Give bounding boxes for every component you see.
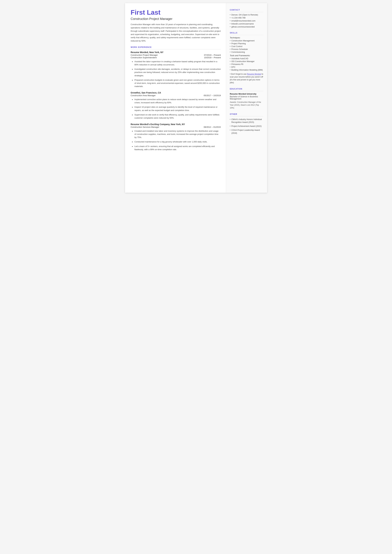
other-item-1: Project Achievement Award (2022) bbox=[230, 125, 263, 128]
job-block-1: Resume Worded, New York, NY Construction… bbox=[131, 51, 221, 88]
job-block-3: Resume Worded's Exciting Company, New Yo… bbox=[131, 123, 221, 151]
job-bullets-2: Implemented corrective action plans to r… bbox=[131, 98, 221, 119]
skill-technique-0: Construction Management bbox=[230, 40, 263, 42]
bullet-1-2: Investigated construction site damages, … bbox=[132, 68, 221, 77]
job-title-2a: Construction Area Manager bbox=[131, 94, 156, 97]
skill-tool-1: ISS Construction Manager bbox=[230, 60, 263, 63]
right-column: CONTACT Denver, OH (Open to Remote) +1-2… bbox=[226, 3, 267, 193]
other-item-2: COAA Project Leadership Award (2018) bbox=[230, 129, 263, 134]
resume-worded-link[interactable]: Resume Worded bbox=[247, 73, 261, 75]
contact-section: CONTACT Denver, OH (Open to Remote) +1-2… bbox=[230, 9, 263, 28]
edu-degree: Bachelor of Science in Business Manageme… bbox=[230, 96, 263, 100]
job-bullets-3: Created and installed new labor and inve… bbox=[131, 129, 221, 151]
job-block-2: Growthsi, San Francisco, CA Construction… bbox=[131, 91, 221, 119]
job-bullets-1: Assisted the labor supervisor in creatin… bbox=[131, 60, 221, 88]
resume-container: First Last Construction Project Manager … bbox=[125, 3, 267, 193]
skills-note: • Don't forget to use Resume Worded to s… bbox=[230, 73, 263, 84]
skill-tool-4: Building Information Modeling (BIM) bbox=[230, 69, 263, 71]
bullet-2-2: Inspect 10 project sites on average quar… bbox=[132, 105, 221, 112]
skills-section: SKILLS Techniques: Construction Manageme… bbox=[230, 32, 263, 84]
tools-label: Tools and Frameworks: bbox=[230, 55, 263, 57]
bullet-2-1: Implemented corrective action plans to r… bbox=[132, 98, 221, 104]
contact-email: email@resumeworded.com bbox=[230, 20, 263, 22]
skill-technique-4: Commissioning bbox=[230, 51, 263, 53]
job-date-2a: 05/2017 – 10/2019 bbox=[204, 94, 221, 97]
skill-technique-2: Cost Control bbox=[230, 45, 263, 48]
skill-technique-1: Project Planning bbox=[230, 42, 263, 45]
other-section: OTHER CMAA's Industry Honors Individual … bbox=[230, 113, 263, 134]
education-section: EDUCATION Resume Worded University Bache… bbox=[230, 88, 263, 109]
contact-linkedin: linkedin.com/in/username bbox=[230, 23, 263, 25]
left-column: First Last Construction Project Manager … bbox=[125, 3, 226, 193]
techniques-label: Techniques: bbox=[230, 37, 263, 39]
other-item-0: CMAA's Industry Honors Individual Recogn… bbox=[230, 118, 263, 124]
edu-awards: Awards: Construction Manager of the Year… bbox=[230, 101, 263, 109]
job-role-row-3a: Construction Services Manager 08/2012 – … bbox=[131, 126, 221, 128]
job-company-2: Growthsi, San Francisco, CA bbox=[131, 91, 221, 94]
skill-technique-3: Process Scheduler bbox=[230, 48, 263, 50]
skill-tool-0: Autodesk AutoCAD bbox=[230, 57, 263, 60]
job-company-1: Resume Worded, New York, NY bbox=[131, 51, 221, 54]
job-title-1b: Construction Superintendent bbox=[131, 56, 157, 59]
job-date-3a: 08/2012 – 01/2015 bbox=[204, 126, 221, 128]
job-title-header: Construction Project Manager bbox=[131, 17, 221, 21]
job-company-3: Resume Worded's Exciting Company, New Yo… bbox=[131, 123, 221, 126]
other-section-title: OTHER bbox=[230, 113, 263, 116]
work-experience-section-title: WORK EXPERIENCE bbox=[131, 46, 221, 49]
job-title-1a: Construction Project Manager bbox=[131, 54, 158, 56]
contact-github: github.com/resumeworded bbox=[230, 26, 263, 28]
contact-location: Denver, OH (Open to Remote) bbox=[230, 14, 263, 16]
bullet-1-3: Prepared construction budgets to evaluat… bbox=[132, 78, 221, 88]
job-role-row-1b: Construction Superintendent 10/2018 – Pr… bbox=[131, 56, 221, 59]
job-date-1b: 10/2018 – Present bbox=[204, 56, 221, 59]
contact-section-title: CONTACT bbox=[230, 9, 263, 12]
summary-text: Construction Manager with more than 10 y… bbox=[131, 23, 221, 43]
skill-tool-2: Primavera P6 bbox=[230, 63, 263, 65]
skills-section-title: SKILLS bbox=[230, 32, 263, 35]
education-section-title: EDUCATION bbox=[230, 88, 263, 91]
job-role-row-2a: Construction Area Manager 05/2017 – 10/2… bbox=[131, 94, 221, 97]
bullet-2-3: Supervised on-site work to verify that e… bbox=[132, 113, 221, 119]
candidate-name: First Last bbox=[131, 9, 221, 16]
job-title-3a: Construction Services Manager bbox=[131, 126, 159, 128]
edu-school: Resume Worded University bbox=[230, 93, 263, 95]
job-role-row-1a: Construction Project Manager 07/2019 – P… bbox=[131, 54, 221, 56]
skill-tool-3: EPC bbox=[230, 66, 263, 68]
contact-phone: +1-234-456-789 bbox=[230, 17, 263, 19]
job-date-1a: 07/2019 – Present bbox=[204, 54, 221, 56]
bullet-3-1: Created and installed new labor and inve… bbox=[132, 129, 221, 139]
bullet-3-2: Conducted maintenance for a big grocery … bbox=[132, 140, 221, 143]
bullet-3-3: Led a team of 5+ workers, ensuring that … bbox=[132, 145, 221, 151]
bullet-1-1: Assisted the labor supervisor in creatin… bbox=[132, 60, 221, 66]
